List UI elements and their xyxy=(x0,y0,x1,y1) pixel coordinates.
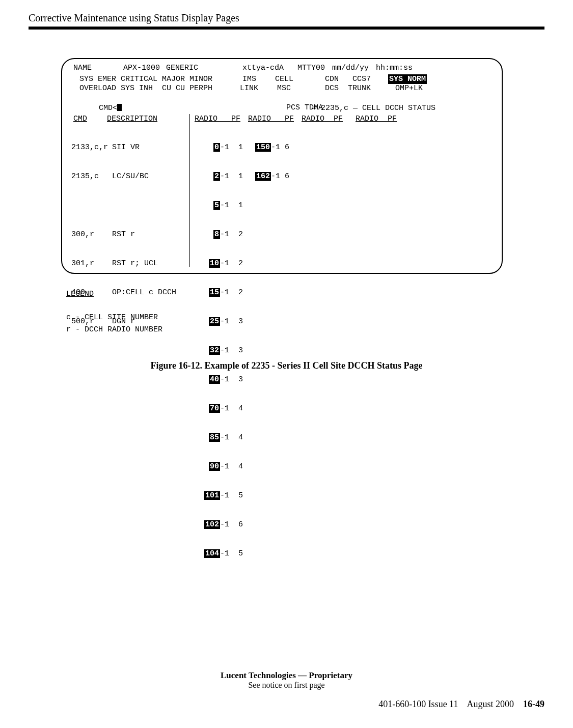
radio-row: 104-1 5 xyxy=(200,549,243,558)
col-desc-header: DESCRIPTION xyxy=(107,114,157,124)
radio-row: 15-1 2 xyxy=(200,288,243,297)
cmd-row: 300,rRST r xyxy=(71,230,176,239)
col-radio-h2: RADIO PF xyxy=(248,114,294,124)
header-rule-thick xyxy=(29,27,544,30)
figure-caption: Figure 16-12. Example of 2235 - Series I… xyxy=(0,360,573,371)
cmd-row: 301,rRST r; UCL xyxy=(71,259,176,268)
term-link: LINK xyxy=(240,83,258,93)
term-time: hh:mm:ss xyxy=(376,63,413,73)
col-radio-h4: RADIO PF xyxy=(356,114,397,124)
col-radio-h3: RADIO PF xyxy=(302,114,343,124)
term-apx: APX-1000 xyxy=(123,63,160,73)
term-cell: CELL xyxy=(275,74,293,84)
legend-header: LEGEND xyxy=(66,290,94,298)
cmd-gap xyxy=(71,201,176,210)
term-pcs: PCS TDMA xyxy=(286,103,323,113)
header-rule-thin xyxy=(29,26,544,26)
term-msc: MSC xyxy=(277,83,291,93)
term-status-code: 2235,c xyxy=(321,104,348,113)
radio-row: 40-1 3 xyxy=(200,375,243,384)
term-date: mm/dd/yy xyxy=(332,63,369,73)
col-radio-h1: RADIO PF xyxy=(195,114,240,124)
radio-row: 101-1 5 xyxy=(200,491,243,500)
legend-item: c - CELL SITE NUMBER xyxy=(66,312,162,324)
footer-proprietary-1: Lucent Technologies — Proprietary xyxy=(221,670,352,680)
legend-item: r - DCCH RADIO NUMBER xyxy=(66,324,162,336)
term-sysnorm-badge: SYS NORM xyxy=(388,74,427,84)
cmd-prompt-text: CMD< xyxy=(99,104,117,113)
col-cmd-header: CMD xyxy=(73,114,87,124)
terminal-panel: NAME APX-1000 GENERIC xttya-cdA MTTY00 m… xyxy=(61,58,503,274)
page-header: Corrective Maintenance using Status Disp… xyxy=(29,12,544,30)
term-status-text: CELL DCCH STATUS xyxy=(362,104,435,113)
radio-row: 8-1 2 xyxy=(200,230,243,239)
radio-row: 85-1 4 xyxy=(200,433,243,442)
header-title: Corrective Maintenance using Status Disp… xyxy=(29,12,544,24)
radio-row: 10-1 2 xyxy=(200,259,243,268)
footer-doc: 401-660-100 Issue 11 xyxy=(378,699,458,709)
radio-row: 150-1 6 xyxy=(251,143,289,152)
term-ims: IMS xyxy=(242,74,256,84)
radio-row: 90-1 4 xyxy=(200,462,243,471)
cmd-row: 2135,cLC/SU/BC xyxy=(71,172,176,181)
radio-row: 70-1 4 xyxy=(200,404,243,413)
term-ccs7: CCS7 xyxy=(352,74,371,84)
radio-row: 5-1 1 xyxy=(200,201,243,210)
cmd-row: 2133,c,rSII VR xyxy=(71,143,176,152)
column-divider xyxy=(189,114,190,267)
page-footer: Lucent Technologies — Proprietary See no… xyxy=(29,670,544,710)
footer-date: August 2000 xyxy=(467,699,514,709)
radio-row: 25-1 3 xyxy=(200,317,243,326)
radio-row: 162-1 6 xyxy=(251,172,289,181)
term-cdn: CDN xyxy=(325,74,339,84)
term-omplk: OMP+LK xyxy=(395,83,423,93)
dash-right: — xyxy=(348,104,362,113)
radio-row: 32-1 3 xyxy=(200,346,243,355)
term-dcs: DCS xyxy=(325,83,339,93)
term-generic: GENERIC xyxy=(166,63,198,73)
radio-col-1: 0-1 1 2-1 1 5-1 1 8-1 2 10-1 2 15-1 2 25… xyxy=(200,123,243,578)
cursor-icon xyxy=(117,104,122,111)
radio-row: 0-1 1 xyxy=(200,143,243,152)
term-trunk: TRUNK xyxy=(348,83,371,93)
term-alarm-labels-2: OVERLOAD SYS INH CU CU PERPH xyxy=(79,83,212,93)
term-tty: xttya-cdA xyxy=(242,63,284,73)
legend-block: LEGEND c - CELL SITE NUMBER r - DCCH RAD… xyxy=(66,288,162,336)
radio-col-2: 150-1 6 162-1 6 xyxy=(251,123,289,201)
term-name-label: NAME xyxy=(73,63,92,73)
footer-page-number: 16-49 xyxy=(523,699,544,709)
footer-proprietary-2: See notice on first page xyxy=(29,681,544,690)
term-alarm-labels-1: SYS EMER CRITICAL MAJOR MINOR xyxy=(79,74,212,84)
radio-row: 2-1 1 xyxy=(200,172,243,181)
radio-row: 102-1 6 xyxy=(200,520,243,529)
term-mtty: MTTY00 xyxy=(297,63,325,73)
